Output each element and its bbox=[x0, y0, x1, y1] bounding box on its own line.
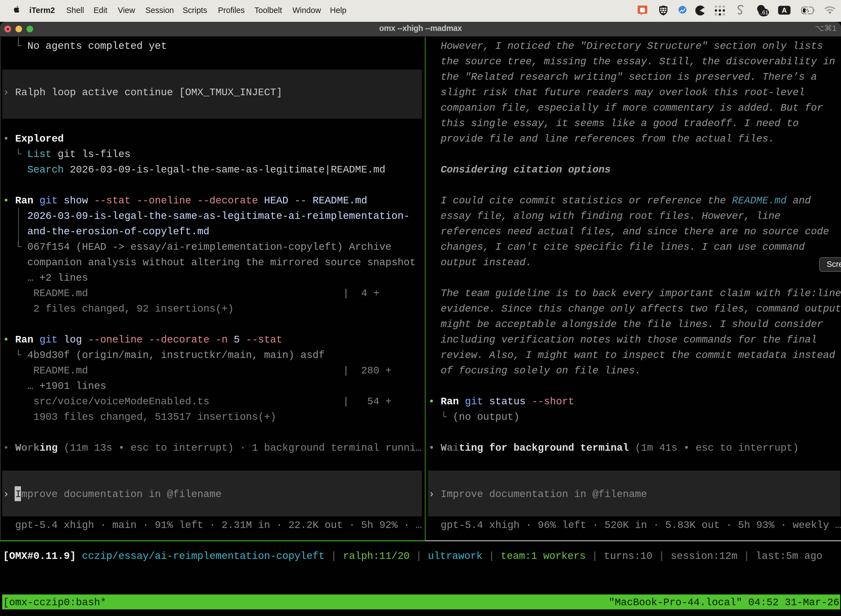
svg-text:..61: ..61 bbox=[759, 9, 768, 15]
